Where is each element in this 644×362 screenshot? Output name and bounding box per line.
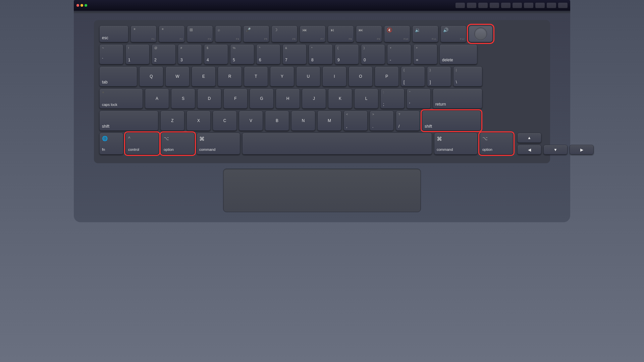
menubar-icon-9 bbox=[547, 3, 556, 8]
asdf-key-row: caps lock A S D F G H bbox=[99, 88, 545, 109]
key-4[interactable]: $ 4 bbox=[204, 44, 228, 64]
hinge bbox=[74, 11, 570, 13]
key-u[interactable]: U bbox=[296, 66, 320, 86]
key-l[interactable]: L bbox=[354, 88, 378, 109]
key-caps-lock[interactable]: caps lock bbox=[99, 88, 143, 109]
key-f5[interactable]: 🎤 F5 bbox=[243, 25, 269, 42]
menubar-icon-2 bbox=[467, 3, 476, 8]
number-key-row: ~ ` ! 1 @ 2 # 3 $ 4 bbox=[99, 44, 545, 64]
key-f6[interactable]: ☽ F6 bbox=[271, 25, 298, 42]
keyboard-body: esc ☀ F1 ☀ F2 ⊞ F3 ⌕ F4 bbox=[74, 13, 570, 222]
zxcv-key-row: shift Z X C V B N bbox=[99, 111, 545, 131]
key-n[interactable]: N bbox=[291, 111, 315, 131]
key-f3[interactable]: ⊞ F3 bbox=[187, 25, 213, 42]
key-tab[interactable]: tab bbox=[99, 66, 137, 86]
key-5[interactable]: % 5 bbox=[230, 44, 254, 64]
key-option-right[interactable]: ⌥ option bbox=[480, 133, 513, 155]
key-f2[interactable]: ☀ F2 bbox=[159, 25, 185, 42]
key-f8[interactable]: ⏯ F8 bbox=[328, 25, 354, 42]
key-delete[interactable]: delete bbox=[439, 44, 477, 64]
key-slash[interactable]: ? / bbox=[396, 111, 420, 131]
key-fn[interactable]: 🌐 fn bbox=[99, 133, 123, 155]
key-option-left[interactable]: ⌥ option bbox=[161, 133, 195, 155]
key-r[interactable]: R bbox=[218, 66, 242, 86]
menubar-icon-7 bbox=[524, 3, 533, 8]
key-shift-right[interactable]: shift bbox=[422, 111, 481, 131]
key-z[interactable]: Z bbox=[160, 111, 184, 131]
laptop-container: esc ☀ F1 ☀ F2 ⊞ F3 ⌕ F4 bbox=[0, 0, 644, 362]
key-f[interactable]: F bbox=[223, 88, 248, 109]
key-arrow-up[interactable]: ▲ bbox=[517, 133, 541, 143]
key-6[interactable]: ^ 6 bbox=[256, 44, 280, 64]
key-i[interactable]: I bbox=[322, 66, 346, 86]
key-e[interactable]: E bbox=[192, 66, 216, 86]
key-f12[interactable]: 🔊 F12 bbox=[440, 25, 467, 42]
key-shift-left[interactable]: shift bbox=[99, 111, 158, 131]
key-7[interactable]: & 7 bbox=[282, 44, 307, 64]
key-bracket-l[interactable]: { [ bbox=[401, 66, 425, 86]
key-g[interactable]: G bbox=[250, 88, 274, 109]
menubar-icon-8 bbox=[535, 3, 545, 8]
key-9[interactable]: ( 9 bbox=[335, 44, 359, 64]
key-minus[interactable]: + - bbox=[387, 44, 411, 64]
key-1[interactable]: ! 1 bbox=[125, 44, 150, 64]
trackpad-container bbox=[94, 169, 550, 212]
key-f4[interactable]: ⌕ F4 bbox=[215, 25, 241, 42]
key-o[interactable]: O bbox=[348, 66, 373, 86]
key-q[interactable]: Q bbox=[139, 66, 163, 86]
key-p[interactable]: P bbox=[375, 66, 399, 86]
key-0[interactable]: ) 0 bbox=[361, 44, 385, 64]
key-w[interactable]: W bbox=[165, 66, 190, 86]
key-command-right[interactable]: ⌘ command bbox=[434, 133, 478, 155]
key-m[interactable]: M bbox=[317, 111, 341, 131]
key-space[interactable] bbox=[242, 133, 432, 155]
key-f1[interactable]: ☀ F1 bbox=[130, 25, 157, 42]
key-f9[interactable]: ⏭ F9 bbox=[356, 25, 382, 42]
key-command-left[interactable]: ⌘ command bbox=[197, 133, 240, 155]
key-a[interactable]: A bbox=[145, 88, 169, 109]
modifier-key-row: 🌐 fn ^ control ⌥ option ⌘ command bbox=[99, 133, 545, 155]
key-quote[interactable]: " ' bbox=[407, 88, 431, 109]
key-f11[interactable]: 🔉 F11 bbox=[412, 25, 438, 42]
key-power[interactable] bbox=[469, 25, 493, 42]
key-v[interactable]: V bbox=[239, 111, 263, 131]
key-s[interactable]: S bbox=[171, 88, 195, 109]
key-return[interactable]: return bbox=[433, 88, 482, 109]
trackpad[interactable] bbox=[223, 169, 421, 212]
key-arrow-down[interactable]: ▼ bbox=[543, 145, 568, 155]
key-period[interactable]: > . bbox=[370, 111, 394, 131]
key-control[interactable]: ^ control bbox=[125, 133, 159, 155]
key-c[interactable]: C bbox=[213, 111, 237, 131]
key-backslash[interactable]: | \ bbox=[453, 66, 482, 86]
key-j[interactable]: J bbox=[302, 88, 326, 109]
key-t[interactable]: T bbox=[244, 66, 268, 86]
key-arrow-right[interactable]: ▶ bbox=[570, 145, 594, 155]
key-h[interactable]: H bbox=[276, 88, 300, 109]
key-f10[interactable]: 🔇 F10 bbox=[384, 25, 410, 42]
key-f7[interactable]: ⏮ F7 bbox=[300, 25, 326, 42]
menubar-icon-10 bbox=[558, 3, 568, 8]
menubar-icons bbox=[455, 3, 568, 8]
key-b[interactable]: B bbox=[265, 111, 289, 131]
key-8[interactable]: * 8 bbox=[309, 44, 333, 64]
key-y[interactable]: Y bbox=[270, 66, 294, 86]
dot-yellow bbox=[80, 4, 83, 7]
key-d[interactable]: D bbox=[197, 88, 221, 109]
dot-green bbox=[85, 4, 87, 7]
key-semicolon[interactable]: : ; bbox=[380, 88, 405, 109]
key-3[interactable]: # 3 bbox=[178, 44, 202, 64]
key-2[interactable]: @ 2 bbox=[152, 44, 176, 64]
key-arrow-left[interactable]: ◀ bbox=[517, 145, 541, 155]
key-equals[interactable]: + = bbox=[413, 44, 437, 64]
key-comma[interactable]: < , bbox=[343, 111, 368, 131]
key-esc[interactable]: esc bbox=[99, 25, 128, 42]
key-x[interactable]: X bbox=[186, 111, 211, 131]
key-backtick[interactable]: ~ ` bbox=[99, 44, 123, 64]
key-k[interactable]: K bbox=[328, 88, 352, 109]
key-bracket-r[interactable]: } ] bbox=[427, 66, 451, 86]
menubar-icon-1 bbox=[455, 3, 465, 8]
qwerty-key-row: tab Q W E R T Y bbox=[99, 66, 545, 86]
arrow-lr-row: ◀ ▼ ▶ bbox=[517, 145, 594, 155]
menubar-icon-5 bbox=[501, 3, 511, 8]
menubar-icon-6 bbox=[513, 3, 522, 8]
